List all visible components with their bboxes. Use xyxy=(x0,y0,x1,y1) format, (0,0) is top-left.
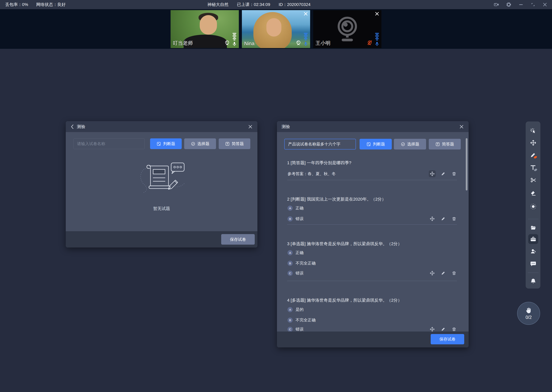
move-icon xyxy=(530,140,536,146)
chat-bubble-icon xyxy=(530,261,536,267)
cursor-click-icon xyxy=(530,128,536,134)
move-question-icon[interactable] xyxy=(429,170,436,177)
panel-title: 测验 xyxy=(77,124,85,130)
save-quiz-button[interactable]: 保存试卷 xyxy=(221,234,255,245)
question-label: 4 [多选题] 施华洛世奇是反华品牌，所以梁鼎琪反华。（2分） xyxy=(287,297,402,303)
move-question-icon[interactable] xyxy=(429,270,436,277)
member-icon xyxy=(530,248,536,254)
circle-check-icon xyxy=(401,142,405,147)
participant-name: Nina xyxy=(244,41,254,47)
close-video-icon[interactable] xyxy=(303,11,308,16)
question-label: 3 [单选题] 施华洛世奇是反华品牌，所以梁鼎琪反华。（2分） xyxy=(287,241,402,247)
toolbox-button[interactable] xyxy=(528,234,538,244)
laser-dot-icon xyxy=(530,203,537,210)
cut-tool-button[interactable] xyxy=(529,176,537,184)
delete-question-icon[interactable] xyxy=(450,215,458,222)
panel-header: 测验 xyxy=(66,121,257,132)
eraser-icon xyxy=(530,190,536,196)
tool-sidebar xyxy=(526,122,540,288)
true-false-icon xyxy=(157,142,161,146)
close-window-icon[interactable] xyxy=(542,2,547,7)
notifications-button[interactable] xyxy=(529,277,537,285)
webcam-on-icon[interactable] xyxy=(224,40,230,47)
question-actions xyxy=(429,215,458,222)
camera-icon[interactable] xyxy=(494,2,499,7)
option-badge: C xyxy=(288,327,293,332)
edit-question-icon[interactable] xyxy=(440,170,447,177)
back-icon[interactable] xyxy=(70,124,74,129)
laser-pointer-tool-button[interactable] xyxy=(529,127,537,135)
settings-gear-icon[interactable] xyxy=(506,2,511,7)
empty-illustration xyxy=(137,162,187,196)
mic-icon xyxy=(232,41,237,47)
question-label: 2 [判断题] 我国宪法上一次更新是在2020年。（2分） xyxy=(287,196,386,202)
close-video-icon[interactable] xyxy=(375,11,379,16)
panel-footer: 保存试卷 xyxy=(277,331,469,347)
video-tiles: 叮当老师 xyxy=(171,10,381,48)
webcam-off-icon[interactable] xyxy=(367,40,373,47)
question-divider xyxy=(287,224,457,224)
text-box-icon xyxy=(436,142,440,147)
volume-bars xyxy=(375,33,379,40)
mic-level-indicator[interactable] xyxy=(375,33,379,47)
move-tool-button[interactable] xyxy=(529,139,537,147)
webcam-on-icon[interactable] xyxy=(296,40,301,47)
choice-question-button[interactable]: 选择题 xyxy=(394,139,426,149)
sidebar-divider xyxy=(528,219,538,219)
delete-question-icon[interactable] xyxy=(450,170,458,177)
fullscreen-icon[interactable] xyxy=(530,2,536,7)
quiz-name-input[interactable] xyxy=(73,138,145,149)
chat-button[interactable] xyxy=(529,259,537,268)
files-button[interactable] xyxy=(529,224,537,232)
text-tool-button[interactable] xyxy=(529,163,537,172)
close-panel-icon[interactable] xyxy=(459,124,464,129)
question-answer: 参考答案：春、夏、秋、冬 xyxy=(288,171,336,176)
edit-question-icon[interactable] xyxy=(440,215,447,222)
mic-icon xyxy=(375,41,379,47)
toolbox-icon xyxy=(530,236,536,242)
members-button[interactable] xyxy=(529,247,537,256)
question-option: A 正确 xyxy=(288,205,304,211)
close-panel-icon[interactable] xyxy=(248,124,253,129)
room-title: 神秘大自然 xyxy=(207,2,228,7)
pen-tool-button[interactable] xyxy=(529,151,537,160)
option-badge: B xyxy=(288,216,293,221)
question-divider xyxy=(287,281,457,281)
video-tile-teacher[interactable]: 叮当老师 xyxy=(171,10,239,48)
true-false-icon xyxy=(366,142,371,147)
mic-level-indicator[interactable] xyxy=(303,33,308,47)
mic-level-indicator[interactable] xyxy=(232,33,237,47)
choice-question-button[interactable]: 选择题 xyxy=(184,138,216,149)
scrollbar-thumb[interactable] xyxy=(466,138,467,190)
true-false-question-button[interactable]: 判断题 xyxy=(360,139,392,149)
hand-icon xyxy=(525,307,532,314)
short-answer-question-button[interactable]: 简答题 xyxy=(429,139,461,149)
sidebar-divider xyxy=(528,273,538,273)
empty-state-text: 暂无试题 xyxy=(66,206,257,211)
option-badge: B xyxy=(288,318,293,323)
video-tile-student[interactable]: 王小明 xyxy=(313,10,381,48)
network-stats: 丢包率：0% 网络状态：良好 xyxy=(5,2,66,7)
mic-icon xyxy=(303,41,308,47)
participant-name: 王小明 xyxy=(315,40,330,47)
edit-question-icon[interactable] xyxy=(440,270,447,277)
option-badge: A xyxy=(288,250,293,255)
short-answer-question-button[interactable]: 简答题 xyxy=(219,138,250,149)
minimize-icon[interactable] xyxy=(518,2,524,7)
question-option: A 是的 xyxy=(288,307,304,312)
classroom-screen: 丢包率：0% 网络状态：良好 神秘大自然 已上课：02:34:09 ID：202… xyxy=(0,0,552,392)
quiz-name-input[interactable] xyxy=(284,139,356,149)
panel-footer: 保存试卷 xyxy=(66,231,257,247)
true-false-question-button[interactable]: 判断题 xyxy=(150,138,182,149)
eraser-tool-button[interactable] xyxy=(529,189,537,197)
spotlight-tool-button[interactable] xyxy=(529,202,537,211)
move-question-icon[interactable] xyxy=(429,215,436,222)
option-badge: A xyxy=(288,206,293,211)
session-info: 神秘大自然 已上课：02:34:09 ID：2020070324 xyxy=(207,0,311,9)
video-tile-nina[interactable]: Nina xyxy=(242,10,310,48)
delete-question-icon[interactable] xyxy=(450,270,458,277)
bell-icon xyxy=(530,278,536,284)
raise-hand-button[interactable]: 0/2 xyxy=(517,302,540,325)
save-quiz-button[interactable]: 保存试卷 xyxy=(431,334,464,344)
quiz-panel-editor: 测验 判断题 选择题 简答题 1 [简答 xyxy=(277,121,469,347)
